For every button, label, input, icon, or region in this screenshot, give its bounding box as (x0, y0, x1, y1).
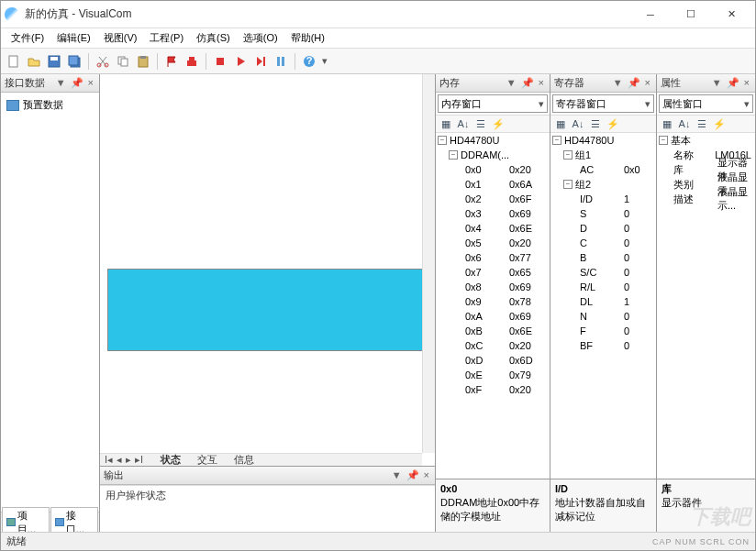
list-icon[interactable]: ☰ (588, 116, 603, 131)
nav-first-icon[interactable]: I◂ (103, 454, 115, 466)
collapse-icon[interactable]: − (552, 136, 561, 145)
collapse-icon[interactable]: − (438, 136, 447, 145)
save-icon[interactable] (45, 52, 63, 71)
table-row[interactable]: C0 (550, 236, 656, 250)
table-row[interactable]: 0x70x65 (436, 265, 550, 280)
table-row[interactable]: N0 (550, 309, 656, 324)
pin-icon[interactable]: 📌 (405, 469, 421, 481)
table-row[interactable]: F0 (550, 324, 656, 338)
menu-view[interactable]: 视图(V) (97, 29, 144, 47)
table-row[interactable]: S/C0 (550, 265, 656, 280)
pause-icon[interactable] (272, 52, 290, 71)
panel-menu-icon[interactable]: ▼ (505, 77, 518, 89)
table-row[interactable]: 0xF0x20 (436, 382, 550, 397)
table-row[interactable]: 0xE0x79 (436, 368, 550, 382)
output-body[interactable]: 用户操作状态 (100, 485, 435, 532)
table-row[interactable]: 0x50x20 (436, 236, 550, 250)
pin-icon[interactable]: 📌 (519, 77, 536, 89)
panel-close-icon[interactable]: × (86, 77, 95, 89)
open-icon[interactable] (25, 52, 43, 71)
table-row[interactable]: 0xC0x20 (436, 338, 550, 353)
table-row[interactable]: AC0x0 (550, 162, 656, 177)
menu-project[interactable]: 工程(P) (143, 29, 190, 47)
table-row[interactable]: I/D1 (550, 192, 656, 206)
categorize-icon[interactable]: ▦ (660, 116, 674, 131)
pin-icon[interactable]: 📌 (725, 77, 741, 89)
property-dropdown[interactable]: 属性窗口▾ (659, 94, 753, 113)
table-row[interactable]: D0 (550, 221, 656, 236)
record-icon[interactable] (211, 52, 229, 71)
menu-file[interactable]: 文件(F) (5, 29, 50, 47)
panel-menu-icon[interactable]: ▼ (54, 77, 68, 89)
menu-edit[interactable]: 编辑(E) (50, 29, 97, 47)
categorize-icon[interactable]: ▦ (439, 116, 453, 131)
collapse-icon[interactable]: − (659, 136, 668, 145)
close-button[interactable]: ✕ (711, 2, 751, 28)
copy-icon[interactable] (114, 52, 132, 71)
table-row[interactable]: B0 (550, 250, 656, 265)
design-canvas[interactable] (100, 74, 422, 453)
menu-option[interactable]: 选项(O) (237, 29, 284, 47)
menu-help[interactable]: 帮助(H) (284, 29, 331, 47)
paste-icon[interactable] (134, 52, 152, 71)
tab-interact[interactable]: 交互 (192, 453, 223, 466)
table-row[interactable]: 0x10x6A (436, 177, 550, 192)
table-row[interactable]: 0x20x6F (436, 192, 550, 206)
panel-menu-icon[interactable]: ▼ (710, 77, 724, 89)
nav-prev-icon[interactable]: ◂ (115, 454, 124, 466)
table-row[interactable]: R/L0 (550, 280, 656, 294)
table-row[interactable]: 0x60x77 (436, 250, 550, 265)
sort-az-icon[interactable]: A↓ (677, 116, 692, 131)
property-tree[interactable]: −基本 名称LM016L库显示器件类别液晶显示...描述液晶显示... (657, 133, 755, 479)
table-row[interactable]: S0 (550, 206, 656, 221)
play-icon[interactable] (231, 52, 250, 71)
flag-icon[interactable] (162, 52, 181, 71)
table-row[interactable]: 0xD0x6D (436, 353, 550, 368)
new-icon[interactable] (5, 52, 23, 71)
pin-icon[interactable]: 📌 (69, 77, 85, 89)
lcd-component[interactable] (107, 269, 424, 351)
bolt-icon[interactable]: ⚡ (606, 116, 620, 131)
panel-menu-icon[interactable]: ▼ (390, 469, 404, 481)
sort-az-icon[interactable]: A↓ (571, 116, 585, 131)
memory-dropdown[interactable]: 内存窗口▾ (438, 94, 548, 113)
nav-last-icon[interactable]: ▸I (133, 454, 145, 466)
step-icon[interactable] (251, 52, 270, 71)
horizontal-scrollbar[interactable]: I◂ ◂ ▸ ▸I 状态 交互 信息 (100, 453, 422, 466)
register-dropdown[interactable]: 寄存器窗口▾ (552, 94, 654, 113)
panel-close-icon[interactable]: × (537, 77, 546, 89)
list-icon[interactable]: ☰ (473, 116, 488, 131)
collapse-icon[interactable]: − (449, 150, 458, 160)
panel-close-icon[interactable]: × (422, 469, 431, 481)
bolt-icon[interactable]: ⚡ (491, 116, 506, 131)
cut-icon[interactable] (94, 52, 112, 71)
memory-tree[interactable]: −HD44780U −DDRAM(... 0x00x200x10x6A0x20x… (436, 133, 550, 479)
table-row[interactable]: 0x80x69 (436, 280, 550, 294)
maximize-button[interactable]: ☐ (671, 2, 711, 28)
table-row[interactable]: 0x40x6E (436, 221, 550, 236)
table-row[interactable]: 0x90x78 (436, 294, 550, 309)
build-icon[interactable] (183, 52, 201, 71)
panel-close-icon[interactable]: × (742, 77, 751, 89)
table-row[interactable]: BF0 (550, 338, 656, 353)
panel-close-icon[interactable]: × (643, 77, 652, 89)
dropdown-toggle-icon[interactable]: ▾ (320, 52, 329, 71)
pin-icon[interactable]: 📌 (626, 77, 642, 89)
table-row[interactable]: 0xA0x69 (436, 309, 550, 324)
nav-next-icon[interactable]: ▸ (124, 454, 133, 466)
help-icon[interactable]: ? (300, 52, 318, 71)
table-row[interactable]: 0x00x20 (436, 162, 550, 177)
register-tree[interactable]: −HD44780U −组1 AC0x0 −组2 I/D1S0D0C0B0S/C0… (550, 133, 656, 479)
menu-sim[interactable]: 仿真(S) (190, 29, 237, 47)
collapse-icon[interactable]: − (563, 150, 573, 160)
panel-menu-icon[interactable]: ▼ (611, 77, 625, 89)
tree-item-preset[interactable]: 预置数据 (5, 96, 95, 114)
table-row[interactable]: 0xB0x6E (436, 324, 550, 338)
left-tree[interactable]: 预置数据 (1, 93, 99, 512)
vertical-scrollbar[interactable] (422, 74, 435, 453)
categorize-icon[interactable]: ▦ (553, 116, 568, 131)
tab-status[interactable]: 状态 (155, 453, 186, 466)
bolt-icon[interactable]: ⚡ (712, 116, 727, 131)
saveall-icon[interactable] (65, 52, 83, 71)
sort-az-icon[interactable]: A↓ (456, 116, 471, 131)
